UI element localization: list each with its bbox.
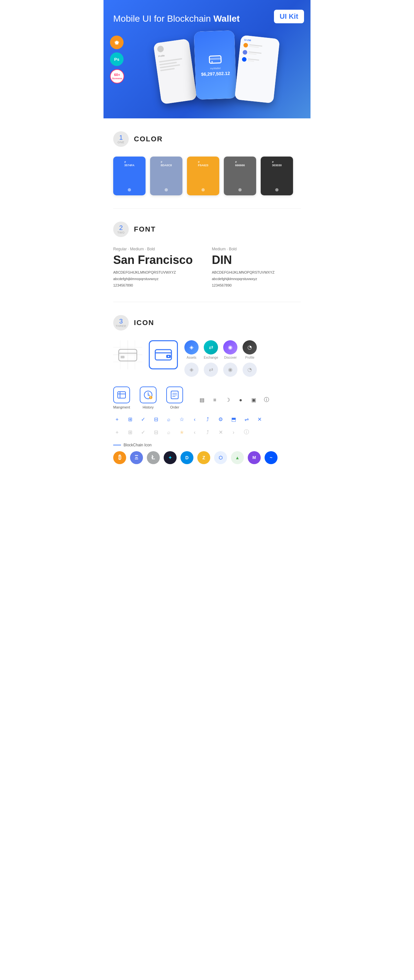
file-icon: ⊞ — [126, 415, 134, 423]
exchange-icon: ⇄ — [204, 340, 218, 355]
icon-colored-rows: ◈ Assets ⇄ Exchange ◉ Discover ◔ Profile — [184, 340, 257, 377]
export-icon: ⬒ — [230, 415, 237, 423]
font-din: Medium · Bold DIN ABCDEFGHIJKLMNOPQRSTUV… — [212, 247, 301, 288]
phone-mockup-right: 12-298 — [234, 35, 280, 103]
chat-icon: ▤ — [198, 396, 206, 404]
color-swatches: #3574FA #8DA0C8 #F5A623 #666666 #303030 — [113, 156, 301, 195]
wing-icon: ✦ — [164, 451, 177, 464]
star-filled-icon: ★ — [178, 428, 186, 436]
icon-section-title: ICON — [134, 318, 154, 327]
management-icon-block: Mangment — [113, 387, 130, 409]
close-icon-gray: ✕ — [217, 428, 225, 436]
moon-icon: ☽ — [224, 396, 232, 404]
assets-outline-icon: ◈ — [184, 363, 199, 377]
svg-rect-19 — [118, 392, 126, 398]
svg-rect-4 — [209, 57, 221, 60]
swatch-gray: #666666 — [224, 156, 256, 195]
icon-tools-row2: + ⊞ ✓ ⊟ ⌕ ★ ‹ ⤴ ✕ › ⓘ — [113, 428, 301, 436]
discover-outline-icon: ◉ — [223, 363, 237, 377]
profile-outline-icon: ◔ — [243, 363, 257, 377]
qr-icon: ⊟ — [152, 415, 160, 423]
zcash-icon: Z — [197, 451, 210, 464]
qr-icon-gray: ⊟ — [152, 428, 160, 436]
back-icon-gray: ‹ — [191, 428, 199, 436]
search-icon-gray: ⌕ — [165, 428, 173, 436]
icon-row-outline: ◈ ⇄ ◉ ◔ — [184, 363, 257, 377]
font-section-header: 2 TWO FONT — [113, 221, 301, 237]
check-icon-gray: ✓ — [139, 428, 147, 436]
mgmt-icons-row: Mangment History — [113, 387, 301, 409]
star-icon: ☆ — [178, 415, 186, 423]
exchange-outline-icon: ⇄ — [204, 363, 218, 377]
icon-section: 3 THREE ICON — [104, 302, 310, 477]
font-section: 2 TWO FONT Regular · Medium · Bold San F… — [104, 208, 310, 301]
icon-section-header: 3 THREE ICON — [113, 315, 301, 331]
utility-icons-row1: ▤ ≡ ☽ ● ▣ ⓘ — [198, 396, 271, 404]
color-section: 1 ONE COLOR #3574FA #8DA0C8 #F5A623 #666… — [104, 118, 310, 208]
assets-icon-block: ◈ Assets — [184, 340, 199, 360]
color-section-header: 1 ONE COLOR — [113, 131, 301, 147]
icon-row-colored: ◈ Assets ⇄ Exchange ◉ Discover ◔ Profile — [184, 340, 257, 360]
history-icon — [140, 387, 156, 403]
circle-icon: ● — [237, 396, 245, 404]
svg-point-18 — [168, 356, 169, 357]
btc-icon: ₿ — [113, 451, 126, 464]
plus-icon: + — [113, 415, 121, 423]
close-icon: ✕ — [256, 415, 263, 423]
swatch-dark: #303030 — [261, 156, 293, 195]
swatch-blue: #3574FA — [113, 156, 145, 195]
icon-section-num: 3 THREE — [113, 315, 129, 331]
search-icon: ⌕ — [165, 415, 173, 423]
swatch-orange: #F5A623 — [187, 156, 219, 195]
font-grid: Regular · Medium · Bold San Francisco AB… — [113, 247, 301, 288]
back-icon: ‹ — [191, 415, 199, 423]
screens-badge: 60+ Screens — [110, 69, 124, 83]
font-san-francisco: Regular · Medium · Bold San Francisco AB… — [113, 247, 202, 288]
safe-icon: ▲ — [231, 451, 244, 464]
order-icon — [166, 387, 183, 403]
icon-filled-wallet — [149, 340, 178, 369]
exchange-icon-block: ⇄ Exchange — [204, 340, 218, 360]
icon-tools-row1: + ⊞ ✓ ⊟ ⌕ ☆ ‹ ⤴ ⚙ ⬒ ⇌ ✕ — [113, 415, 301, 423]
profile-icon: ◔ — [243, 340, 257, 355]
font-section-title: FONT — [134, 225, 156, 234]
share-icon-gray: ⤴ — [204, 428, 212, 436]
grid-icon: ⬡ — [214, 451, 227, 464]
crypto-coins-row: ₿ Ξ Ł ✦ D Z ⬡ ▲ M ~ — [113, 451, 301, 464]
check-icon: ✓ — [139, 415, 147, 423]
discover-icon: ◉ — [223, 340, 237, 355]
hero-title: Mobile UI for Blockchain Wallet — [113, 13, 301, 25]
dash-icon: D — [180, 451, 193, 464]
info-icon: ⓘ — [263, 396, 271, 404]
assets-icon: ◈ — [184, 340, 199, 355]
management-icon — [113, 387, 130, 403]
discover-icon-block: ◉ Discover — [223, 340, 237, 360]
small-icon-rows: + ⊞ ✓ ⊟ ⌕ ☆ ‹ ⤴ ⚙ ⬒ ⇌ ✕ + ⊞ ✓ ⊟ ⌕ ★ ‹ ⤴ … — [113, 415, 301, 436]
phone-mockups: Profile myWallet $6,297,502.12 — [113, 31, 301, 99]
phone-mockup-left: Profile — [153, 39, 197, 105]
ltc-icon: Ł — [147, 451, 160, 464]
color-section-title: COLOR — [134, 135, 163, 143]
history-icon-block: History — [140, 387, 156, 409]
file-icon-gray: ⊞ — [126, 428, 134, 436]
speech-icon: ▣ — [250, 396, 258, 404]
matic-icon: M — [248, 451, 261, 464]
icon-design-row: ◈ Assets ⇄ Exchange ◉ Discover ◔ Profile — [113, 340, 301, 377]
svg-point-5 — [211, 61, 212, 62]
swap-icon: ⇌ — [243, 415, 250, 423]
waves-icon: ~ — [264, 451, 277, 464]
hero-section: Mobile UI for Blockchain Wallet UI Kit P… — [104, 0, 310, 118]
layers-icon: ≡ — [211, 396, 219, 404]
icon-outline-grid — [113, 340, 142, 369]
profile-icon-block: ◔ Profile — [243, 340, 257, 360]
info-icon-gray: ⓘ — [243, 428, 250, 436]
sketch-badge — [110, 36, 124, 49]
font-section-num: 2 TWO — [113, 221, 129, 237]
swatch-lavender: #8DA0C8 — [150, 156, 182, 195]
hero-badges: Ps 60+ Screens — [110, 36, 124, 83]
svg-point-25 — [150, 398, 151, 398]
ps-badge: Ps — [110, 52, 124, 66]
phone-mockup-center: myWallet $6,297,502.12 — [194, 30, 236, 100]
plus-icon-gray: + — [113, 428, 121, 436]
settings-icon: ⚙ — [217, 415, 225, 423]
